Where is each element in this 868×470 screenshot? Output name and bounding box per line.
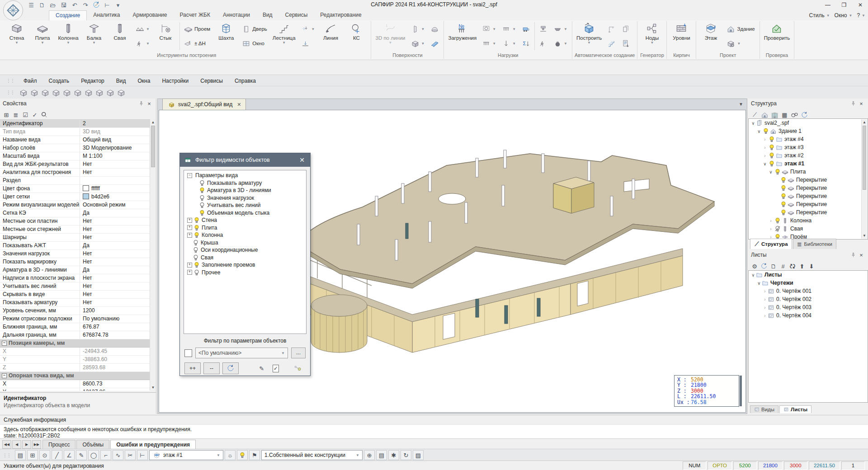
sheets-tree-item[interactable]: ›0. Чертёж 004 xyxy=(749,311,868,320)
collapse-icon[interactable]: ∨ xyxy=(750,273,756,277)
section-view-icon[interactable] xyxy=(106,88,115,97)
bulb-icon[interactable] xyxy=(193,254,199,261)
bulb-icon[interactable] xyxy=(769,152,775,159)
menu-Справка[interactable]: Справка xyxy=(229,76,261,86)
expand-icon[interactable]: + xyxy=(187,270,192,275)
menu-Сервисы[interactable]: Сервисы xyxy=(195,76,228,86)
property-value[interactable]: Нет xyxy=(80,226,150,233)
draw-circle-button[interactable]: ◯ xyxy=(88,450,99,460)
check-house-button[interactable]: Проверить xyxy=(762,21,792,51)
menu-Настройки[interactable]: Настройки xyxy=(156,76,194,86)
bottom-tab-Ошибки и предупреждения[interactable]: Ошибки и предупреждения xyxy=(110,440,196,449)
expand-icon[interactable]: + xyxy=(187,218,192,223)
right-view-icon[interactable] xyxy=(62,88,71,97)
snap-grid-button[interactable]: ⊞ xyxy=(27,450,38,460)
ribbon-tab-Создание[interactable]: Создание xyxy=(49,10,87,20)
structure-tree-item[interactable]: ∨этаж #1 xyxy=(749,160,868,168)
structure-tree-item[interactable]: Перекрытие xyxy=(749,184,868,192)
overflow-icon[interactable]: ▾ xyxy=(114,1,122,9)
collapse-icon[interactable]: ∨ xyxy=(756,281,762,286)
search-icon[interactable] xyxy=(41,111,48,118)
home-icon[interactable] xyxy=(761,111,769,119)
select-filter-button[interactable]: ▤ xyxy=(15,450,26,460)
gear-cube-button[interactable]: ▼ xyxy=(725,37,756,50)
last-tab-button[interactable]: ▶▶ xyxy=(32,440,41,449)
structure-tree-item[interactable]: ›Свая xyxy=(749,225,868,233)
scrollbar[interactable]: ▲ ▼ xyxy=(150,119,156,390)
property-section[interactable]: −Опорная точка вида, мм xyxy=(0,372,150,380)
numbering-icon[interactable]: # xyxy=(779,262,787,270)
color-swatch[interactable] xyxy=(83,193,89,199)
close-icon[interactable]: × xyxy=(857,251,865,259)
filter-tree-item[interactable]: +Прочее xyxy=(184,269,306,277)
filter-tree-item[interactable]: +Плита xyxy=(184,224,306,232)
dropdown-arrow-icon[interactable]: ▼ xyxy=(92,41,96,45)
property-value[interactable]: -38863.60 xyxy=(80,356,150,363)
bulb-icon[interactable] xyxy=(199,187,205,193)
building-button[interactable]: Здание xyxy=(725,23,756,35)
filter-browse-button[interactable]: ... xyxy=(291,348,306,358)
window-button[interactable]: Окно xyxy=(241,37,269,50)
measure-icon[interactable]: ⊢ xyxy=(103,1,111,9)
expand-icon[interactable]: › xyxy=(762,145,768,150)
dropdown-arrow-icon[interactable]: ▼ xyxy=(389,41,392,45)
bulb-icon[interactable] xyxy=(193,217,200,223)
report-button[interactable] xyxy=(620,37,632,50)
ribbon-tab-Расчет ЖБК[interactable]: Расчет ЖБК xyxy=(173,10,216,20)
bulb-icon[interactable] xyxy=(780,185,787,191)
top-view-icon[interactable] xyxy=(73,88,82,97)
bulb-icon[interactable] xyxy=(780,201,787,207)
dropdown-arrow-icon[interactable]: ▼ xyxy=(492,27,496,31)
structure-tree-item[interactable]: ›Колонна xyxy=(749,216,868,225)
spring-button[interactable]: ▼ xyxy=(134,37,151,50)
property-value[interactable]: 12137.86 xyxy=(80,388,150,391)
bulb-icon[interactable] xyxy=(199,195,205,201)
docs-button[interactable] xyxy=(620,23,632,35)
beam-button[interactable]: Балка▼ xyxy=(82,21,106,51)
update-sheet-icon[interactable]: 🗘 xyxy=(789,262,796,270)
property-value[interactable]: По умолчанию xyxy=(80,315,150,323)
measure2-button[interactable]: ⊢ xyxy=(137,450,148,460)
structure-tree-item[interactable]: ∨Плита xyxy=(749,168,868,176)
expand-icon[interactable]: › xyxy=(762,153,768,158)
expand-icon[interactable]: › xyxy=(762,305,768,310)
expand-all-button[interactable]: ++ xyxy=(184,362,201,374)
strip-load-button[interactable]: ▼ xyxy=(500,23,517,35)
sheets-tree-item[interactable]: ›0. Чертёж 003 xyxy=(749,303,868,311)
scrollbar[interactable]: ▲▼ xyxy=(861,119,867,239)
loadcase-button[interactable]: №Загружения xyxy=(446,21,478,51)
dropdown-arrow-icon[interactable]: ▼ xyxy=(564,27,567,31)
draw-corner-button[interactable]: ⌐ xyxy=(100,450,111,460)
perspective-view-icon[interactable] xyxy=(95,88,104,97)
close-icon[interactable]: ✕ xyxy=(297,156,307,164)
expand-icon[interactable]: › xyxy=(768,218,774,223)
property-value[interactable]: Нет xyxy=(80,160,150,168)
front-view-icon[interactable] xyxy=(30,88,39,97)
bottom-tab-Процесс[interactable]: Процесс xyxy=(42,440,75,449)
collapse-all-button[interactable]: -- xyxy=(203,362,220,374)
bulb-pair-button[interactable] xyxy=(289,362,306,374)
pin-icon[interactable] xyxy=(137,99,145,108)
floor-combo[interactable]: этаж #1 ▼ xyxy=(149,450,223,460)
tab-Структура[interactable]: ⟋Структура xyxy=(750,239,792,249)
bulb-icon[interactable] xyxy=(774,169,781,175)
property-value[interactable]: Нет xyxy=(80,282,150,290)
move-down-icon[interactable]: ⬇ xyxy=(808,262,815,270)
sun-button[interactable]: ☼ xyxy=(225,450,236,460)
chart-button[interactable]: ▤ xyxy=(376,450,387,460)
dropdown-arrow-icon[interactable]: ▼ xyxy=(737,42,741,46)
back-view-icon[interactable] xyxy=(41,88,50,97)
property-value[interactable]: Нет xyxy=(80,250,150,258)
new-file-icon[interactable]: 🗋 xyxy=(38,1,46,9)
sum-load-button[interactable]: Σ xyxy=(520,37,532,50)
sheets-tree-item[interactable]: ›0. Чертёж 001 xyxy=(749,287,868,295)
add-sheet-icon[interactable]: 🗋 xyxy=(770,262,777,270)
property-value[interactable]: М 1:100 xyxy=(80,152,150,160)
num-indicator[interactable]: NUM xyxy=(683,461,706,470)
dropdown-arrow-icon[interactable]: ▼ xyxy=(311,27,315,31)
bottom-tab-Объёмы[interactable]: Объёмы xyxy=(76,440,109,449)
sheets-tree-item[interactable]: ›0. Чертёж 002 xyxy=(749,295,868,303)
filter-tree-item[interactable]: +Заполнение проемов xyxy=(184,261,306,269)
points-button[interactable]: ⁘▼ xyxy=(300,23,316,35)
property-value[interactable]: 28593.68 xyxy=(80,364,150,371)
